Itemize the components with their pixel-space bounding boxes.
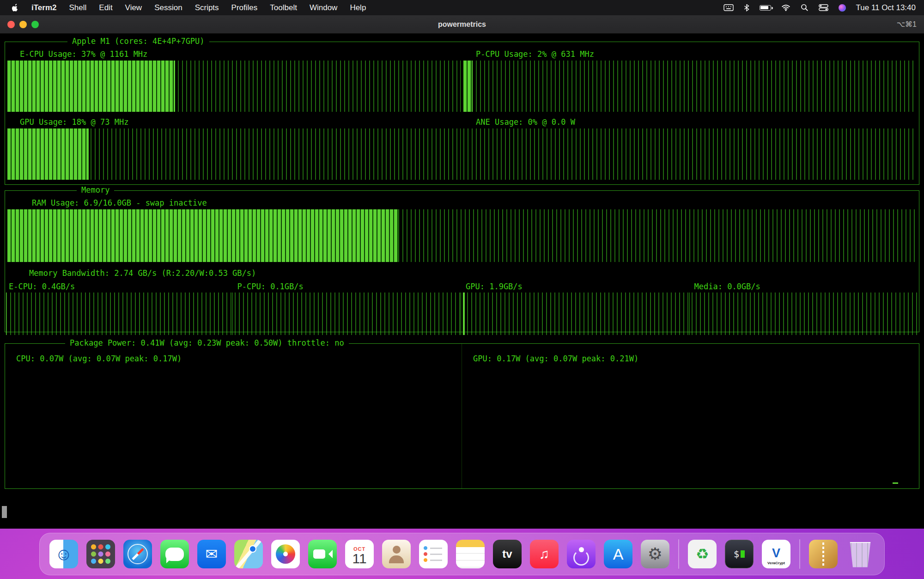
dock-veracrypt[interactable]: V VeraCrypt bbox=[762, 540, 790, 568]
cpu-power-pane: CPU: 0.07W (avg: 0.07W peak: 0.17W) bbox=[5, 344, 462, 488]
bw-ecpu-cell: E-CPU: 0.4GB/s bbox=[5, 280, 234, 335]
ram-usage-gauge bbox=[7, 209, 917, 262]
appstore-a-icon: A bbox=[613, 546, 624, 562]
zoom-button[interactable] bbox=[31, 21, 39, 28]
dock-reminders[interactable] bbox=[419, 540, 448, 568]
dock: ☺ ✉ OCT 11 tv ♫ A ⚙ ♻ $ V VeraCrypt bbox=[39, 533, 885, 575]
dock-maps[interactable] bbox=[234, 540, 263, 568]
gpu-power-label: GPU: 0.17W (avg: 0.07W peak: 0.21W) bbox=[462, 352, 919, 365]
bw-gpu-cell: GPU: 1.9GB/s bbox=[462, 280, 691, 335]
menu-app-name[interactable]: iTerm2 bbox=[31, 3, 57, 12]
ecpu-usage-cell: E-CPU Usage: 37% @ 1161 MHz bbox=[6, 48, 462, 116]
dock-contacts[interactable] bbox=[382, 540, 411, 568]
dock-trash[interactable] bbox=[846, 540, 875, 568]
dock-sync-app[interactable]: ♻ bbox=[688, 540, 717, 568]
menu-item-view[interactable]: View bbox=[125, 3, 142, 12]
dock-photos[interactable] bbox=[271, 540, 300, 568]
window-titlebar[interactable]: powermetrics ⌥⌘1 bbox=[0, 15, 924, 34]
power-section-title: Package Power: 0.41W (avg: 0.23W peak: 0… bbox=[65, 338, 349, 347]
minimize-button[interactable] bbox=[19, 21, 27, 28]
ecpu-usage-gauge bbox=[7, 61, 461, 112]
bw-media-label: Media: 0.0GB/s bbox=[691, 280, 919, 293]
menu-item-shell[interactable]: Shell bbox=[69, 3, 87, 12]
dock-calendar[interactable]: OCT 11 bbox=[345, 540, 374, 568]
bandwidth-gauge-grid: E-CPU: 0.4GB/s P-CPU: 0.1GB/s GPU: 1.9GB… bbox=[5, 280, 919, 335]
dock-iterm2[interactable]: $ bbox=[725, 540, 754, 568]
memory-section-title: Memory bbox=[77, 185, 114, 195]
battery-icon[interactable] bbox=[760, 5, 771, 11]
dock-appstore[interactable]: A bbox=[604, 540, 632, 568]
dock-appletv[interactable]: tv bbox=[493, 540, 522, 568]
menu-clock[interactable]: Tue 11 Oct 13:40 bbox=[856, 3, 916, 12]
menu-item-session[interactable]: Session bbox=[154, 3, 182, 12]
gpu-usage-cell: GPU Usage: 18% @ 73 MHz bbox=[6, 116, 462, 183]
gear-icon: ⚙ bbox=[648, 546, 663, 562]
cpu-section-title: Apple M1 (cores: 4E+4P+7GPU) bbox=[67, 37, 209, 46]
veracrypt-label: VeraCrypt bbox=[767, 561, 785, 565]
bw-pcpu-label: P-CPU: 0.1GB/s bbox=[234, 280, 462, 293]
dock-finder[interactable]: ☺ bbox=[49, 540, 78, 568]
control-center-icon[interactable] bbox=[819, 3, 828, 12]
pcpu-usage-cell: P-CPU Usage: 2% @ 631 MHz bbox=[462, 48, 918, 116]
menu-bar-left: iTerm2 Shell Edit View Session Scripts P… bbox=[0, 3, 366, 12]
gpu-power-pane: GPU: 0.17W (avg: 0.07W peak: 0.21W) bbox=[462, 344, 919, 488]
terminal-cursor bbox=[2, 506, 7, 518]
menu-item-window[interactable]: Window bbox=[310, 3, 337, 12]
cpu-section: Apple M1 (cores: 4E+4P+7GPU) E-CPU Usage… bbox=[5, 42, 919, 185]
bw-pcpu-gauge bbox=[235, 293, 462, 335]
close-button[interactable] bbox=[7, 21, 15, 28]
dock-notes[interactable] bbox=[456, 540, 485, 568]
dock-system-settings[interactable]: ⚙ bbox=[641, 540, 669, 568]
bw-media-cell: Media: 0.0GB/s bbox=[691, 280, 919, 335]
gpu-usage-gauge bbox=[7, 128, 461, 180]
bw-ecpu-label: E-CPU: 0.4GB/s bbox=[5, 280, 234, 293]
dock-messages[interactable] bbox=[160, 540, 189, 568]
apple-menu-icon[interactable] bbox=[11, 3, 19, 12]
pcpu-usage-gauge bbox=[463, 61, 917, 112]
dock-launchpad[interactable] bbox=[86, 540, 115, 568]
cpu-power-label: CPU: 0.07W (avg: 0.07W peak: 0.17W) bbox=[5, 352, 462, 365]
music-note-icon: ♫ bbox=[539, 547, 550, 561]
dock-facetime[interactable] bbox=[308, 540, 337, 568]
menu-item-edit[interactable]: Edit bbox=[99, 3, 112, 12]
menu-item-toolbelt[interactable]: Toolbelt bbox=[270, 3, 297, 12]
memory-section: Memory RAM Usage: 6.9/16.0GB - swap inac… bbox=[5, 190, 919, 332]
bluetooth-icon[interactable] bbox=[744, 3, 749, 12]
pcpu-usage-label: P-CPU Usage: 2% @ 631 MHz bbox=[462, 48, 918, 61]
gpu-power-trace bbox=[893, 482, 898, 484]
dock-unarchiver[interactable] bbox=[809, 540, 838, 568]
dock-mail[interactable]: ✉ bbox=[197, 540, 226, 568]
spotlight-icon[interactable] bbox=[801, 3, 808, 12]
veracrypt-v-icon: V bbox=[772, 547, 780, 560]
menu-bar-status: Tue 11 Oct 13:40 bbox=[723, 3, 924, 12]
menu-item-help[interactable]: Help bbox=[350, 3, 366, 12]
bw-media-gauge bbox=[692, 293, 918, 335]
dock-separator bbox=[678, 539, 679, 569]
bw-gpu-gauge bbox=[463, 293, 690, 335]
dock-separator bbox=[799, 539, 800, 569]
gpu-usage-label: GPU Usage: 18% @ 73 MHz bbox=[6, 116, 462, 128]
ane-usage-label: ANE Usage: 0% @ 0.0 W bbox=[462, 116, 918, 128]
envelope-icon: ✉ bbox=[206, 547, 218, 561]
tv-icon: tv bbox=[502, 549, 512, 560]
menu-bar: iTerm2 Shell Edit View Session Scripts P… bbox=[0, 0, 924, 15]
terminal-screen[interactable]: Apple M1 (cores: 4E+4P+7GPU) E-CPU Usage… bbox=[0, 34, 924, 529]
window-shortcut: ⌥⌘1 bbox=[897, 20, 917, 29]
ane-usage-cell: ANE Usage: 0% @ 0.0 W bbox=[462, 116, 918, 183]
dock-safari[interactable] bbox=[123, 540, 152, 568]
traffic-lights bbox=[7, 15, 39, 33]
siri-icon[interactable] bbox=[839, 4, 846, 12]
dock-podcasts[interactable] bbox=[567, 540, 596, 568]
ecpu-usage-label: E-CPU Usage: 37% @ 1161 MHz bbox=[6, 48, 462, 61]
dock-music[interactable]: ♫ bbox=[530, 540, 559, 568]
power-chart-grid: CPU: 0.07W (avg: 0.07W peak: 0.17W) GPU:… bbox=[5, 344, 919, 488]
ram-usage-label: RAM Usage: 6.9/16.0GB - swap inactive bbox=[5, 196, 919, 209]
memory-bandwidth-label: Memory Bandwidth: 2.74 GB/s (R:2.20/W:0.… bbox=[5, 267, 919, 280]
menu-item-profiles[interactable]: Profiles bbox=[231, 3, 258, 12]
menu-item-scripts[interactable]: Scripts bbox=[195, 3, 219, 12]
power-section: Package Power: 0.41W (avg: 0.23W peak: 0… bbox=[5, 343, 919, 489]
bw-ecpu-gauge bbox=[6, 293, 233, 335]
keyboard-icon[interactable] bbox=[723, 3, 734, 12]
sync-arrows-icon: ♻ bbox=[696, 547, 709, 561]
wifi-icon[interactable] bbox=[781, 3, 790, 12]
